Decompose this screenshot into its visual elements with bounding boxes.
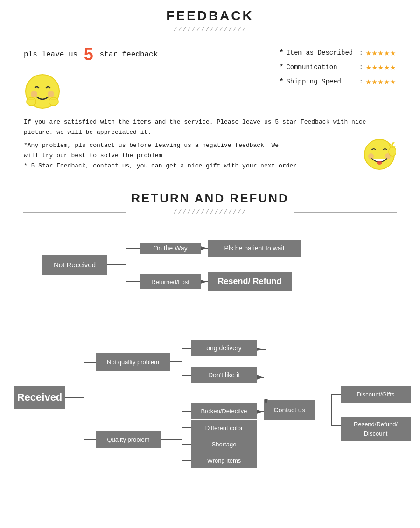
feedback-body-line2: picture. we will be appreciated it. xyxy=(24,127,396,138)
feedback-top: pls leave us 5 star feedback xyxy=(24,45,396,112)
feedback-body-line5: * 5 Star Feedback, contact us, you can g… xyxy=(24,161,301,171)
rating-label-3: Shipping Speed xyxy=(286,78,356,85)
svg-text:On the Way: On the Way xyxy=(153,244,187,252)
rating-stars-3: ★★★★★ xyxy=(366,76,396,87)
svg-text:Wrong items: Wrong items xyxy=(207,457,241,464)
smiley-face-1 xyxy=(24,73,61,110)
feedback-divider: //////////////// xyxy=(14,26,406,33)
svg-point-3 xyxy=(27,97,36,106)
rating-row-3: * Shipping Speed : ★★★★★ xyxy=(280,76,396,87)
feedback-body-lines345: *Any problem, pls contact us before leav… xyxy=(24,140,301,171)
smiley-face-2 xyxy=(363,138,396,171)
svg-rect-80 xyxy=(341,417,411,441)
rating-stars-2: ★★★★★ xyxy=(366,61,396,73)
svg-text:Quality problem: Quality problem xyxy=(107,436,149,443)
rating-row-2: * Communication : ★★★★★ xyxy=(280,61,396,73)
svg-text:Pls be patient to wait: Pls be patient to wait xyxy=(224,244,284,252)
svg-text:Discount/Gifts: Discount/Gifts xyxy=(357,391,395,398)
svg-point-8 xyxy=(368,153,374,159)
refund-title: RETURN AND REFUND xyxy=(14,191,406,206)
tagline-num: 5 xyxy=(84,45,93,64)
feedback-body-line3: *Any problem, pls contact us before leav… xyxy=(24,140,301,151)
svg-text:Returned/Lost: Returned/Lost xyxy=(151,278,189,285)
refund-section: RETURN AND REFUND //////////////// Not R… xyxy=(0,191,420,505)
not-received-diagram: Not Received On the Way Pls be patient t… xyxy=(14,229,397,304)
svg-point-13 xyxy=(389,147,396,156)
tagline-post: star feedback xyxy=(99,50,158,59)
refund-divider: //////////////// xyxy=(14,208,406,215)
svg-text:Contact us: Contact us xyxy=(274,406,305,414)
svg-text:Resend/Refund/: Resend/Refund/ xyxy=(354,421,398,428)
svg-point-4 xyxy=(49,97,58,106)
svg-text:Discount: Discount xyxy=(364,430,388,437)
svg-text:Received: Received xyxy=(17,391,63,403)
rating-row-1: * Item as Described : ★★★★★ xyxy=(280,47,396,58)
svg-text:Broken/Defective: Broken/Defective xyxy=(201,408,247,415)
svg-text:Not Received: Not Received xyxy=(54,261,96,269)
rating-label-2: Communication xyxy=(286,63,356,71)
rating-stars-1: ★★★★★ xyxy=(366,47,396,58)
svg-text:Different color: Different color xyxy=(205,424,243,431)
svg-text:Resend/ Refund: Resend/ Refund xyxy=(217,277,281,286)
feedback-body-bottom: *Any problem, pls contact us before leav… xyxy=(24,138,396,171)
svg-point-10 xyxy=(377,161,382,165)
svg-text:Don't like it: Don't like it xyxy=(208,371,240,379)
received-diagram: Received Not quality problem ong deliver… xyxy=(14,325,415,484)
feedback-body-line4: will try our best to solve the problem xyxy=(24,151,301,161)
feedback-body: If you are satisfied with the items and … xyxy=(24,117,396,171)
svg-text:ong delivery: ong delivery xyxy=(206,344,242,352)
feedback-box: pls leave us 5 star feedback xyxy=(14,38,406,179)
svg-text:Shortage: Shortage xyxy=(212,441,237,448)
feedback-tagline: pls leave us 5 star feedback xyxy=(24,45,280,64)
feedback-left: pls leave us 5 star feedback xyxy=(24,45,280,112)
feedback-section: FEEDBACK //////////////// pls leave us 5… xyxy=(0,0,420,191)
svg-point-2 xyxy=(48,91,54,97)
feedback-title: FEEDBACK xyxy=(14,8,406,23)
tagline-pre: pls leave us xyxy=(24,50,77,59)
feedback-body-line1: If you are satisfied with the items and … xyxy=(24,117,396,127)
svg-text:Not quality problem: Not quality problem xyxy=(107,359,159,366)
feedback-ratings: * Item as Described : ★★★★★ * Communicat… xyxy=(280,45,396,87)
rating-label-1: Item as Described xyxy=(286,49,356,56)
svg-point-1 xyxy=(31,91,37,97)
